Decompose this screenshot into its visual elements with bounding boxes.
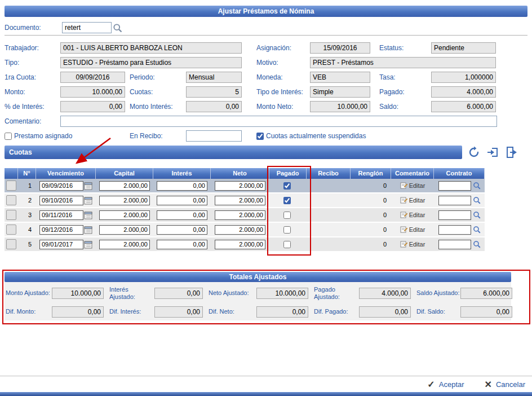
export-rows-icon[interactable] <box>504 145 518 160</box>
prestamo-asignado-checkbox[interactable] <box>5 133 12 140</box>
cuotas-label: Cuotas: <box>130 88 186 96</box>
documento-input[interactable] <box>62 22 112 33</box>
contrato-input[interactable] <box>438 181 471 191</box>
neto-input[interactable] <box>215 225 265 235</box>
edit-icon <box>400 196 407 205</box>
saldo-ajustado-field <box>460 288 512 299</box>
vencimiento-input[interactable] <box>39 240 83 249</box>
editar-link[interactable]: Editar <box>409 182 425 189</box>
renglon-cell: 0 <box>351 182 391 189</box>
pagado-label: Pagado: <box>379 88 431 96</box>
bottom-blue-strip <box>0 392 532 396</box>
neto-input[interactable] <box>215 196 265 205</box>
contrato-input[interactable] <box>438 240 471 249</box>
col-renglon: Renglón <box>351 168 391 179</box>
calendar-icon[interactable] <box>84 196 92 205</box>
cancelar-button[interactable]: ✕ Cancelar <box>481 379 529 390</box>
neto-input[interactable] <box>215 240 265 249</box>
row-selector-button[interactable] <box>6 225 16 235</box>
col-vencimiento: Vencimiento <box>36 168 96 179</box>
capital-input[interactable] <box>99 225 150 235</box>
capital-input[interactable] <box>99 181 150 191</box>
renglon-cell: 0 <box>351 212 391 218</box>
pagado-ajustado-field <box>359 288 411 299</box>
neto-input[interactable] <box>215 181 265 191</box>
editar-link[interactable]: Editar <box>409 212 425 218</box>
import-rows-icon[interactable] <box>485 145 500 160</box>
capital-input[interactable] <box>99 210 150 220</box>
pagado-checkbox[interactable] <box>283 241 291 248</box>
edit-icon <box>400 240 407 249</box>
neto-ajustado-label: Neto Ajustado: <box>209 289 256 297</box>
refresh-icon[interactable] <box>467 145 481 160</box>
tipo-field <box>60 57 242 68</box>
documento-search-icon[interactable] <box>113 23 122 33</box>
row-selector-button[interactable] <box>6 239 16 249</box>
en-recibo-input[interactable] <box>186 130 242 142</box>
aceptar-button[interactable]: ✓ Aceptar <box>424 379 467 390</box>
row-selector-button[interactable] <box>6 210 16 220</box>
interes-input[interactable] <box>157 225 207 235</box>
pagado-field <box>431 86 496 98</box>
vencimiento-input[interactable] <box>39 196 83 205</box>
cuotas-suspendidas-checkbox[interactable] <box>256 133 264 140</box>
row-selector-button[interactable] <box>6 195 16 205</box>
editar-link[interactable]: Editar <box>409 241 425 248</box>
cuotas-section-title: Cuotas <box>5 146 462 159</box>
capital-input[interactable] <box>99 196 150 205</box>
vencimiento-input[interactable] <box>39 210 83 220</box>
contrato-input[interactable] <box>438 210 471 220</box>
table-row: 4 0 Editar <box>5 223 485 237</box>
interes-input[interactable] <box>157 210 207 220</box>
editar-link[interactable]: Editar <box>409 226 425 233</box>
editar-link[interactable]: Editar <box>409 197 425 204</box>
interes-input[interactable] <box>157 196 207 205</box>
saldo-label: Saldo: <box>379 103 431 111</box>
contrato-search-icon[interactable] <box>473 240 481 248</box>
row-number: 1 <box>18 182 36 189</box>
edit-icon <box>400 226 407 234</box>
contrato-input[interactable] <box>438 225 471 235</box>
primera-cuota-field <box>60 72 125 83</box>
contrato-search-icon[interactable] <box>473 196 481 204</box>
monto-ajustado-label: Monto Ajustado: <box>6 289 52 297</box>
dif-saldo-label: Dif. Saldo: <box>416 308 460 315</box>
contrato-search-icon[interactable] <box>473 226 481 234</box>
row-number: 2 <box>18 197 36 204</box>
totales-title: Totales Ajustados <box>5 272 511 282</box>
moneda-label: Moneda: <box>256 73 310 81</box>
pagado-checkbox[interactable] <box>283 197 291 204</box>
pagado-checkbox[interactable] <box>283 182 291 190</box>
renglon-cell: 0 <box>351 197 391 204</box>
primera-cuota-label: 1ra Cuota: <box>5 73 60 81</box>
calendar-icon[interactable] <box>84 240 92 249</box>
vencimiento-input[interactable] <box>39 225 83 235</box>
calendar-icon[interactable] <box>84 182 92 190</box>
dif-interes-label: Dif. Interés: <box>109 308 154 315</box>
contrato-search-icon[interactable] <box>473 182 481 190</box>
interes-input[interactable] <box>157 240 207 249</box>
loan-form: Trabajador: Asignación: Estatus: Tipo: M… <box>5 41 500 143</box>
comentario-input[interactable] <box>60 116 497 127</box>
asignacion-field <box>310 42 370 54</box>
pct-interes-field <box>60 101 125 112</box>
saldo-field <box>431 101 496 112</box>
monto-label: Monto: <box>5 88 60 96</box>
vencimiento-input[interactable] <box>39 181 83 191</box>
calendar-icon[interactable] <box>84 211 92 219</box>
col-numero: N° <box>18 168 36 179</box>
row-selector-button[interactable] <box>6 181 16 191</box>
table-row: 3 0 Editar <box>5 208 485 223</box>
pagado-checkbox[interactable] <box>283 212 291 219</box>
neto-input[interactable] <box>215 210 265 220</box>
contrato-search-icon[interactable] <box>473 211 481 219</box>
contrato-input[interactable] <box>438 196 471 205</box>
interes-input[interactable] <box>157 181 207 191</box>
prestamo-asignado-label: Prestamo asignado <box>14 132 72 140</box>
edit-icon <box>400 182 407 190</box>
renglon-cell: 0 <box>351 241 391 248</box>
table-row: 5 0 Editar <box>5 237 485 252</box>
capital-input[interactable] <box>99 240 150 249</box>
pagado-checkbox[interactable] <box>283 226 291 234</box>
calendar-icon[interactable] <box>84 226 92 234</box>
